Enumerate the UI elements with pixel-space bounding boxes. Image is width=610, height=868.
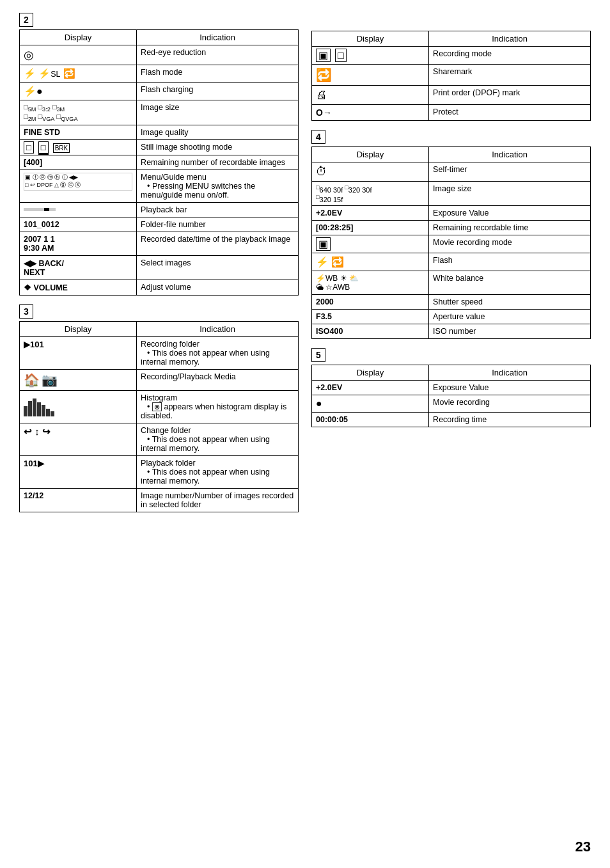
indication-cell: Flash charging (137, 83, 299, 100)
header-indication-2: Indication (137, 30, 299, 45)
indication-cell: Playback folder • This does not appear w… (137, 456, 299, 489)
display-cell: ⚡ 🔁 (312, 253, 429, 271)
table-row: ⏱ Self-timer (312, 162, 591, 182)
display-cell: FINE STD (20, 125, 137, 140)
display-cell: ISO400 (312, 324, 429, 339)
section-number-3: 3 (19, 304, 33, 319)
display-cell: ▶101 (20, 337, 137, 370)
table-row: +2.0EV Exposure Value (312, 206, 591, 221)
header-display-rt: Display (312, 31, 429, 47)
header-indication-rt: Indication (429, 31, 591, 47)
display-cell: 🔁 (312, 65, 429, 86)
indication-cell: Protect (429, 105, 591, 121)
display-cell: [00:28:25] (312, 221, 429, 235)
display-cell: 101▶ (20, 456, 137, 489)
indication-cell: Playback bar (137, 203, 299, 217)
table-row: ⚡● Flash charging (20, 83, 299, 100)
table-row: □640 30f □320 30f □320 15f Image size (312, 182, 591, 206)
indication-cell: Select images (137, 256, 299, 280)
indication-cell: Histogram • ⊗ appears when histogram dis… (137, 391, 299, 423)
indication-cell: Remaining recordable time (429, 221, 591, 235)
indication-cell: Image size (429, 182, 591, 206)
page-number: 23 (575, 839, 591, 855)
table-row: 🔁 Sharemark (312, 65, 591, 86)
display-cell: ⚡ ⚡SL 🔁 (20, 65, 137, 83)
svg-rect-4 (42, 405, 45, 416)
svg-rect-5 (46, 409, 50, 416)
indication-cell: Flash (429, 253, 591, 271)
table-row: ● Movie recording (312, 395, 591, 413)
table-row: 🖨 Print order (DPOF) mark (312, 86, 591, 105)
table-row: 101_0012 Folder-file number (20, 217, 299, 232)
table-row: ◀▶ BACK/NEXT Select images (20, 256, 299, 280)
section-4: 4 Display Indication ⏱ Self-timer □6 (311, 130, 591, 339)
display-cell: ▣ □ (312, 47, 429, 65)
indication-cell: Menu/Guide menu • Pressing MENU switches… (137, 170, 299, 203)
indication-cell: Flash mode (137, 65, 299, 83)
display-cell: 2007 1 19:30 AM (20, 232, 137, 256)
indication-cell: Movie recording (429, 395, 591, 413)
display-cell: [400] (20, 155, 137, 170)
svg-rect-6 (51, 411, 54, 416)
table-row: 🏠 📷 Recording/Playback Media (20, 370, 299, 391)
display-cell (20, 203, 137, 217)
header-display-5: Display (312, 365, 429, 381)
display-cell: 101_0012 (20, 217, 137, 232)
display-cell: 12/12 (20, 489, 137, 512)
display-cell: +2.0EV (312, 381, 429, 395)
indication-cell: Red-eye reduction (137, 45, 299, 65)
table-row: 101▶ Playback folder • This does not app… (20, 456, 299, 489)
table-row: 00:00:05 Recording time (312, 413, 591, 427)
display-cell: ❖ VOLUME (20, 280, 137, 296)
indication-cell: Image size (137, 100, 299, 125)
display-cell: ↩ ↕ ↪ (20, 423, 137, 456)
section-number-4: 4 (311, 130, 325, 144)
indication-cell: Recording/Playback Media (137, 370, 299, 391)
display-cell: 00:00:05 (312, 413, 429, 427)
section-5-table: Display Indication +2.0EV Exposure Value… (311, 365, 591, 427)
svg-rect-2 (33, 398, 36, 416)
display-cell: ⏱ (312, 162, 429, 182)
section-number-2: 2 (19, 13, 33, 27)
section-number-5: 5 (311, 348, 325, 362)
indication-cell: Adjust volume (137, 280, 299, 296)
table-row: Playback bar (20, 203, 299, 217)
indication-cell: Still image shooting mode (137, 140, 299, 155)
section-2-table: Display Indication ◎ Red-eye reduction ⚡… (19, 29, 299, 296)
indication-cell: ISO number (429, 324, 591, 339)
indication-cell: Folder-file number (137, 217, 299, 232)
header-indication-3: Indication (137, 322, 299, 337)
table-row: ISO400 ISO number (312, 324, 591, 339)
header-display-2: Display (20, 30, 137, 45)
table-row: 2007 1 19:30 AM Recorded date/time of th… (20, 232, 299, 256)
table-row: [400] Remaining number of recordable ima… (20, 155, 299, 170)
section-4-table: Display Indication ⏱ Self-timer □640 30f… (311, 146, 591, 339)
section-3: 3 Display Indication ▶101 Recording fold… (19, 304, 299, 512)
table-row: ◎ Red-eye reduction (20, 45, 299, 65)
indication-cell: Aperture value (429, 310, 591, 324)
section-2: 2 Display Indication ◎ Red-eye reduction… (19, 13, 299, 296)
indication-cell: White balance (429, 271, 591, 295)
table-row: O→ Protect (312, 105, 591, 121)
table-row: ↩ ↕ ↪ Change folder • This does not appe… (20, 423, 299, 456)
table-row: FINE STD Image quality (20, 125, 299, 140)
table-row: 2000 Shutter speed (312, 295, 591, 310)
display-cell: ▣ (312, 235, 429, 253)
histogram-icon (24, 393, 62, 416)
display-cell: 🏠 📷 (20, 370, 137, 391)
display-cell: 2000 (312, 295, 429, 310)
indication-cell: Recording mode (429, 47, 591, 65)
table-row: ⚡WB ☀ ⛅ 🌥 ☆AWB White balance (312, 271, 591, 295)
display-cell: ◎ (20, 45, 137, 65)
display-cell: F3.5 (312, 310, 429, 324)
display-cell (20, 391, 137, 423)
header-indication-4: Indication (429, 147, 591, 162)
display-cell: □5M □3:2 □3M □2M □VGA □QVGA (20, 100, 137, 125)
table-row: ▣ Movie recording mode (312, 235, 591, 253)
header-indication-5: Indication (429, 365, 591, 381)
display-cell: 🖨 (312, 86, 429, 105)
indication-cell: Exposure Value (429, 206, 591, 221)
table-row: 12/12 Image number/Number of images reco… (20, 489, 299, 512)
indication-cell: Image quality (137, 125, 299, 140)
indication-cell: Recording folder • This does not appear … (137, 337, 299, 370)
